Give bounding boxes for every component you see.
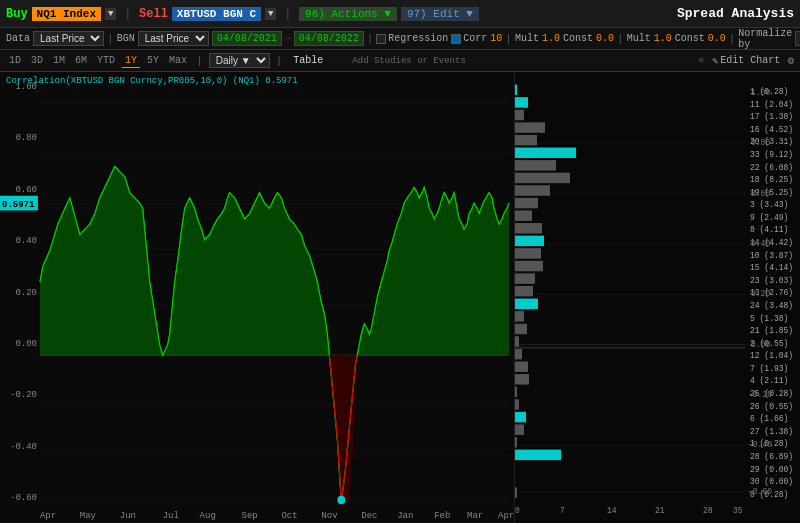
period-1d[interactable]: 1D (6, 54, 24, 67)
svg-text:Apr: Apr (498, 510, 514, 521)
svg-text:17 (1.38): 17 (1.38) (750, 112, 793, 121)
svg-rect-57 (515, 173, 570, 183)
period-3d[interactable]: 3D (28, 54, 46, 67)
svg-text:26 (0.55): 26 (0.55) (750, 402, 793, 411)
svg-text:22 (6.08): 22 (6.08) (750, 162, 793, 171)
svg-rect-100 (515, 437, 517, 447)
period-max[interactable]: Max (166, 54, 190, 67)
svg-rect-94 (515, 399, 519, 409)
date-to[interactable]: 04/08/2022 (294, 31, 364, 46)
mult-label: Mult (515, 33, 539, 44)
second-bar: Data Last Price | BGN Last Price 04/08/2… (0, 28, 800, 50)
svg-text:29 (0.00): 29 (0.00) (750, 464, 793, 473)
svg-text:28 (6.89): 28 (6.89) (750, 452, 793, 461)
period-ytd[interactable]: YTD (94, 54, 118, 67)
bar-area: 1 (0.28) 11 (2.04) 17 (1.38) 16 (4.52) 2… (515, 72, 800, 523)
svg-text:9  (2.49): 9 (2.49) (750, 213, 788, 222)
chart-area: Correlation(XBTUSD BGN Curncy,PR005,10,0… (0, 72, 515, 523)
table-button[interactable]: Table (288, 54, 328, 67)
normalize-by-label: Normalize by (738, 28, 792, 50)
svg-rect-77 (515, 299, 538, 309)
svg-text:1.00: 1.00 (751, 88, 770, 97)
period-1y[interactable]: 1Y (122, 54, 140, 68)
regression-checkbox[interactable]: Regression (376, 33, 448, 44)
svg-text:-0.20: -0.20 (748, 390, 772, 399)
actions-button[interactable]: 96) Actions ▼ (299, 7, 397, 21)
period-6m[interactable]: 6M (72, 54, 90, 67)
svg-text:-0.40: -0.40 (748, 440, 772, 449)
ticker2-box[interactable]: XBTUSD BGN C (172, 7, 261, 21)
svg-rect-43 (515, 85, 517, 95)
svg-rect-83 (515, 336, 519, 346)
chart-svg: 0.5971 Apr May Jun Jul Aug Sep Oct Nov D… (0, 72, 514, 523)
corr-check-sq (451, 34, 461, 44)
svg-text:15 (4.14): 15 (4.14) (750, 263, 793, 272)
svg-rect-75 (515, 286, 533, 296)
ticker1-down-arrow[interactable]: ▼ (105, 8, 116, 20)
svg-text:Jul: Jul (163, 510, 180, 521)
svg-text:0.00: 0.00 (751, 340, 770, 349)
svg-text:Jun: Jun (120, 510, 136, 521)
svg-text:Nov: Nov (321, 510, 338, 521)
pencil-icon: ✎ (712, 55, 718, 67)
svg-text:Sep: Sep (242, 510, 258, 521)
svg-text:0.40: 0.40 (751, 239, 770, 248)
const-label: Const (563, 33, 593, 44)
mult-value: 1.0 (542, 33, 560, 44)
last-price-dropdown[interactable]: Last Price (33, 31, 104, 46)
svg-text:0: 0 (515, 505, 520, 514)
svg-rect-63 (515, 210, 532, 220)
svg-text:Oct: Oct (281, 510, 297, 521)
main-content: Correlation(XBTUSD BGN Curncy,PR005,10,0… (0, 72, 800, 523)
edit-button[interactable]: 97) Edit ▼ (401, 7, 479, 21)
svg-text:5  (1.38): 5 (1.38) (750, 313, 788, 322)
top-bar: Buy NQ1 Index ▼ | Sell XBTUSD BGN C ▼ | … (0, 0, 800, 28)
period-1m[interactable]: 1M (50, 54, 68, 67)
svg-rect-73 (515, 273, 535, 283)
svg-rect-90 (515, 374, 529, 384)
last-price2-dropdown[interactable]: Last Price (138, 31, 209, 46)
svg-rect-81 (515, 324, 527, 334)
ticker1-box[interactable]: NQ1 Index (32, 7, 101, 21)
spread-title: Spread Analysis (677, 6, 794, 21)
svg-text:14: 14 (607, 505, 617, 514)
daily-dropdown[interactable]: Daily ▼ (209, 53, 270, 68)
sell-label: Sell (139, 7, 168, 21)
factor-dropdown[interactable]: Factor (795, 31, 800, 46)
svg-text:0.60: 0.60 (751, 189, 770, 198)
corr-value: 10 (490, 33, 502, 44)
svg-text:Mar: Mar (467, 510, 483, 521)
chart-correlation-label: Correlation(XBTUSD BGN Curncy,PR005,10,0… (6, 76, 298, 86)
svg-text:16 (4.52): 16 (4.52) (750, 125, 793, 134)
svg-text:Aug: Aug (200, 510, 216, 521)
third-bar: 1D 3D 1M 6M YTD 1Y 5Y Max | Daily ▼ | Ta… (0, 50, 800, 72)
svg-rect-65 (515, 223, 542, 233)
mult-label2: Mult (627, 33, 651, 44)
svg-text:6  (1.66): 6 (1.66) (750, 414, 788, 423)
svg-text:24 (3.48): 24 (3.48) (750, 301, 793, 310)
date-from[interactable]: 04/08/2021 (212, 31, 282, 46)
svg-text:10 (3.87): 10 (3.87) (750, 250, 793, 259)
svg-text:Feb: Feb (434, 510, 450, 521)
svg-text:7  (1.93): 7 (1.93) (750, 364, 788, 373)
svg-rect-61 (515, 198, 538, 208)
corr-checkbox[interactable]: Corr (451, 33, 487, 44)
period-5y[interactable]: 5Y (144, 54, 162, 67)
svg-rect-98 (515, 424, 524, 434)
regression-check-sq (376, 34, 386, 44)
svg-rect-47 (515, 110, 524, 120)
svg-rect-71 (515, 261, 543, 271)
edit-chart-button[interactable]: ✎ Edit Chart (712, 55, 780, 67)
svg-rect-88 (515, 361, 528, 371)
svg-rect-79 (515, 311, 524, 321)
const-value2: 0.0 (708, 33, 726, 44)
svg-text:28: 28 (703, 505, 713, 514)
svg-text:23 (3.03): 23 (3.03) (750, 276, 793, 285)
svg-text:21 (1.85): 21 (1.85) (750, 326, 793, 335)
svg-text:27 (1.38): 27 (1.38) (750, 427, 793, 436)
svg-text:12 (1.04): 12 (1.04) (750, 351, 793, 360)
svg-marker-13 (357, 187, 509, 355)
gear-icon[interactable]: ⚙ (787, 54, 794, 67)
svg-text:-0.60: -0.60 (748, 486, 772, 495)
ticker2-down-arrow[interactable]: ▼ (265, 8, 276, 20)
